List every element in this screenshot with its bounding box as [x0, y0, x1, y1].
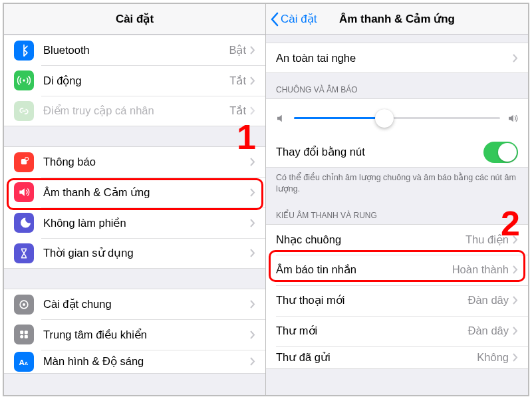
row-sentmail[interactable]: Thư đã gửi Không — [266, 346, 528, 369]
row-change-with-buttons: Thay đổi bằng nút — [266, 137, 528, 168]
speaker-icon — [14, 182, 34, 202]
page-title: Âm thanh & Cảm ứng — [339, 12, 455, 26]
row-label: Di động — [43, 74, 229, 87]
volume-slider-row — [266, 98, 528, 137]
chevron-right-icon — [250, 46, 255, 55]
chevron-right-icon — [513, 54, 518, 63]
bluetooth-icon — [14, 41, 34, 61]
section-header-ringer: CHUÔNG VÀ ÂM BÁO — [266, 73, 528, 98]
row-sounds[interactable]: Âm thanh & Cảm ứng — [4, 177, 265, 207]
chevron-right-icon — [250, 331, 255, 339]
row-label: Âm thanh & Cảm ứng — [43, 186, 250, 199]
row-texttone[interactable]: Âm báo tin nhắn Hoàn thành — [266, 255, 528, 285]
row-label: Thời gian sử dụng — [43, 247, 250, 259]
row-general[interactable]: Cài đặt chung — [4, 289, 265, 319]
row-value: Bật — [229, 44, 246, 57]
chevron-right-icon — [250, 249, 255, 257]
chevron-right-icon — [250, 300, 255, 309]
group-alerts: Thông báo Âm thanh & Cảm ứng Không làm p… — [4, 146, 265, 269]
row-headphone-safety[interactable]: An toàn tai nghe — [266, 43, 528, 73]
text-size-icon: AA — [14, 352, 34, 372]
hourglass-icon — [14, 243, 34, 263]
back-label: Cài đặt — [281, 12, 317, 26]
row-label: Thư thoại mới — [276, 294, 468, 307]
row-controlcenter[interactable]: Trung tâm điều khiển — [4, 319, 265, 350]
chevron-right-icon — [250, 158, 255, 166]
row-dnd[interactable]: Không làm phiền — [4, 207, 265, 238]
svg-rect-7 — [20, 335, 23, 338]
section-footer-buttons: Có thể điều chỉnh âm lượng chuông và âm … — [266, 168, 528, 199]
row-label: Thư đã gửi — [276, 351, 477, 364]
change-with-buttons-toggle[interactable] — [483, 142, 518, 163]
row-label: Điểm truy cập cá nhân — [43, 104, 229, 117]
svg-point-2 — [25, 157, 29, 160]
settings-list: Bluetooth Bật Di động Tắt Điểm t — [4, 35, 265, 395]
group-connectivity: Bluetooth Bật Di động Tắt Điểm t — [4, 35, 265, 126]
group-sound-patterns: Nhạc chuông Thu điện Âm báo tin nhắn Hoà… — [266, 224, 528, 369]
antenna-icon — [14, 70, 34, 90]
row-bluetooth[interactable]: Bluetooth Bật — [4, 35, 265, 65]
gear-icon — [14, 295, 34, 315]
svg-rect-5 — [20, 331, 23, 334]
svg-text:A: A — [25, 360, 29, 366]
page-title: Cài đặt — [116, 12, 154, 26]
section-header-sounds: KIỂU ÂM THANH VÀ RUNG — [266, 199, 528, 224]
chevron-right-icon — [513, 296, 518, 305]
navbar-right: Cài đặt Âm thanh & Cảm ứng — [266, 4, 528, 35]
row-label: Âm báo tin nhắn — [276, 263, 452, 276]
bell-icon — [14, 152, 34, 172]
sliders-icon — [14, 325, 34, 344]
row-label: Bluetooth — [43, 44, 229, 57]
row-value: Đàn dây — [468, 294, 509, 307]
row-value: Tắt — [229, 104, 246, 117]
chevron-right-icon — [250, 188, 255, 197]
row-value: Hoàn thành — [452, 263, 509, 276]
back-button[interactable]: Cài đặt — [270, 4, 317, 34]
settings-root-pane: Cài đặt Bluetooth Bật Di động — [4, 4, 266, 395]
svg-rect-8 — [25, 335, 28, 338]
row-notifications[interactable]: Thông báo — [4, 146, 265, 177]
moon-icon — [14, 213, 34, 233]
group-general: Cài đặt chung Trung tâm điều khiển AA Mà… — [4, 289, 265, 374]
row-value: Thu điện — [466, 233, 509, 246]
speaker-max-icon — [507, 112, 519, 124]
row-label: An toàn tai nghe — [276, 52, 513, 65]
svg-rect-6 — [25, 331, 28, 334]
chevron-right-icon — [250, 76, 255, 85]
chevron-right-icon — [513, 327, 518, 335]
row-display[interactable]: AA Màn hình & Độ sáng — [4, 350, 265, 374]
row-hotspot: Điểm truy cập cá nhân Tắt — [4, 96, 265, 126]
row-label: Màn hình & Độ sáng — [43, 355, 250, 368]
row-newmail[interactable]: Thư mới Đàn dây — [266, 316, 528, 346]
svg-point-0 — [23, 79, 25, 81]
sounds-list: An toàn tai nghe CHUÔNG VÀ ÂM BÁO Thay đ… — [266, 35, 528, 395]
speaker-min-icon — [275, 112, 287, 124]
row-cellular[interactable]: Di động Tắt — [4, 65, 265, 96]
volume-slider[interactable] — [294, 117, 500, 119]
row-label: Trung tâm điều khiển — [43, 329, 250, 341]
slider-thumb[interactable] — [375, 109, 394, 128]
link-icon — [14, 101, 34, 121]
row-label: Thay đổi bằng nút — [276, 146, 483, 158]
sounds-detail-pane: Cài đặt Âm thanh & Cảm ứng An toàn tai n… — [266, 4, 528, 395]
chevron-right-icon — [250, 106, 255, 115]
svg-point-4 — [23, 303, 25, 305]
row-value: Tắt — [229, 74, 246, 87]
row-ringtone[interactable]: Nhạc chuông Thu điện — [266, 224, 528, 255]
chevron-right-icon — [250, 219, 255, 227]
chevron-right-icon — [513, 353, 518, 362]
chevron-right-icon — [513, 265, 518, 274]
row-voicemail[interactable]: Thư thoại mới Đàn dây — [266, 285, 528, 316]
chevron-left-icon — [270, 12, 279, 27]
row-screentime[interactable]: Thời gian sử dụng — [4, 238, 265, 269]
row-label: Cài đặt chung — [43, 298, 250, 311]
row-label: Nhạc chuông — [276, 233, 466, 246]
row-value: Đàn dây — [468, 325, 509, 337]
chevron-right-icon — [513, 235, 518, 244]
row-label: Không làm phiền — [43, 217, 250, 229]
row-value: Không — [477, 351, 509, 364]
row-label: Thông báo — [43, 156, 250, 168]
row-label: Thư mới — [276, 325, 468, 337]
navbar-left: Cài đặt — [4, 4, 265, 35]
chevron-right-icon — [250, 357, 255, 366]
